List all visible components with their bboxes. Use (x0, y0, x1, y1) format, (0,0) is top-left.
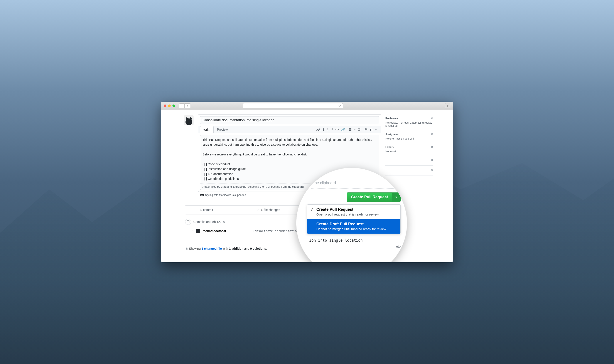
user-avatar (184, 115, 194, 125)
bold-icon[interactable]: B (323, 128, 325, 131)
mention-icon[interactable]: @ (365, 128, 367, 131)
clipboard-hint-fragment: . the clipboard. (311, 181, 401, 189)
create-pr-split-button: Create Pull Request (347, 193, 401, 202)
forward-button[interactable]: › (185, 104, 191, 108)
ul-icon[interactable]: ☰ (349, 128, 352, 131)
new-tab-button[interactable]: + (445, 103, 450, 108)
commits-stat[interactable]: ⊸ 1 commit (196, 208, 213, 212)
commit-icon: ⊸ (196, 208, 199, 212)
tasklist-icon[interactable]: ☑ (358, 128, 361, 131)
gear-icon[interactable]: ⚙ (431, 117, 433, 120)
window-maximize-button[interactable] (172, 104, 175, 107)
files-summary-text: 🗎 Showing 1 changed file with 1 addition… (185, 247, 267, 250)
address-bar[interactable]: ⟳ (243, 103, 343, 108)
tab-preview[interactable]: Preview (214, 126, 231, 133)
pr-title-input[interactable] (200, 116, 379, 124)
commit-dot-icon: ○ (192, 229, 193, 233)
code-icon[interactable]: <> (335, 128, 339, 131)
create-pr-dropdown: Create Pull Request Open a pull request … (307, 204, 401, 234)
gear-icon[interactable]: ⚙ (431, 133, 433, 136)
commit-author[interactable]: monatheoctocat (202, 229, 253, 233)
reply-icon[interactable]: ↩ (375, 128, 377, 131)
ol-icon[interactable]: ≡ (354, 128, 355, 131)
files-changed-stat[interactable]: 🗎 1 file changed (257, 208, 280, 212)
contributor-label-fragment: utor (396, 245, 402, 248)
assignees-body: No one—assign yourself (385, 137, 433, 140)
file-icon: 🗎 (257, 208, 260, 212)
gear-icon[interactable]: ⚙ (431, 168, 433, 171)
assignees-label: Assignees (385, 133, 398, 136)
commit-msg-fragment: ion into single location (309, 238, 401, 243)
changed-files-link[interactable]: 1 changed file (201, 247, 222, 250)
window-close-button[interactable] (164, 104, 166, 107)
browser-window: ‹ › ⟳ + Write Preview (161, 102, 453, 262)
reference-icon[interactable]: ◧ (370, 128, 373, 131)
reviewers-body: No reviews—at least 1 approving review i… (385, 121, 433, 127)
dropdown-option-create-draft-pr[interactable]: Create Draft Pull Request Cannot be merg… (307, 219, 400, 234)
labels-label: Labels (385, 146, 394, 149)
commit-author-avatar (196, 229, 200, 233)
tab-write[interactable]: Write (200, 126, 214, 133)
create-pr-button[interactable]: Create Pull Request (347, 193, 392, 202)
markdown-toolbar: AA B i ❝ <> 🔗 ☰ ≡ (316, 128, 379, 131)
assign-yourself-link[interactable]: assign yourself (396, 137, 414, 140)
gear-icon[interactable]: ⚙ (431, 158, 433, 162)
gear-icon[interactable]: ⚙ (431, 146, 433, 149)
browser-titlebar: ‹ › ⟳ + (161, 102, 453, 110)
heading-icon[interactable]: AA (316, 128, 320, 131)
labels-body: None yet (385, 150, 433, 153)
dropdown-option-create-pr[interactable]: Create Pull Request Open a pull request … (307, 205, 400, 219)
window-minimize-button[interactable] (168, 104, 171, 107)
reviewers-label: Reviewers (385, 117, 398, 120)
reload-icon[interactable]: ⟳ (339, 104, 341, 107)
commit-group-icon (185, 219, 191, 225)
link-icon[interactable]: 🔗 (341, 128, 345, 131)
italic-icon[interactable]: i (327, 128, 327, 131)
quote-icon[interactable]: ❝ (331, 128, 333, 131)
back-button[interactable]: ‹ (179, 104, 185, 108)
markdown-badge-icon: M↓ (200, 194, 204, 196)
file-diff-icon: 🗎 (185, 247, 188, 250)
